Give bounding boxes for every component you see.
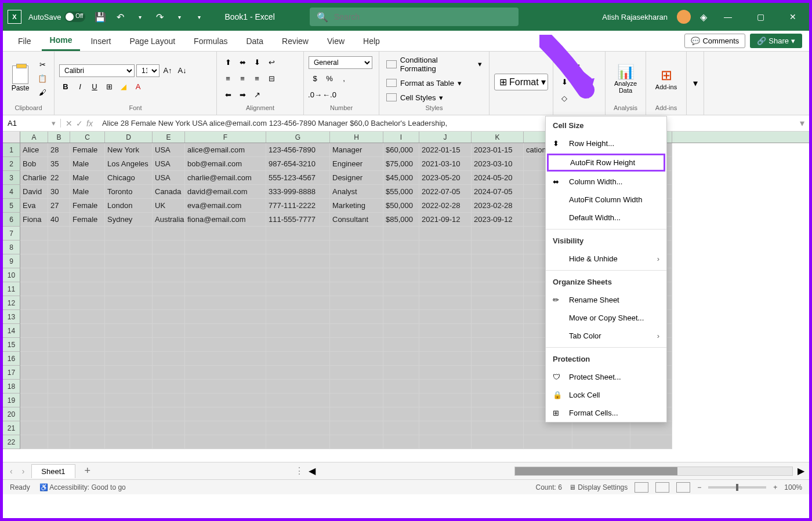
cell[interactable] bbox=[266, 366, 330, 380]
cell[interactable] bbox=[48, 241, 70, 254]
cell[interactable] bbox=[153, 254, 185, 268]
font-size-select[interactable]: 11 bbox=[136, 64, 160, 77]
cell[interactable] bbox=[48, 296, 70, 310]
cell[interactable] bbox=[419, 241, 472, 254]
zoom-level[interactable]: 100% bbox=[784, 483, 802, 491]
menu-tab-color[interactable]: Tab Color› bbox=[546, 327, 666, 345]
cell[interactable] bbox=[419, 407, 472, 421]
cell[interactable] bbox=[383, 268, 419, 282]
add-sheet-button[interactable]: + bbox=[80, 465, 96, 477]
tab-file[interactable]: File bbox=[10, 32, 39, 50]
menu-lock-cell[interactable]: 🔒Lock Cell bbox=[546, 386, 666, 404]
tab-home[interactable]: Home bbox=[42, 31, 81, 51]
redo-dropdown-icon[interactable]: ▾ bbox=[171, 9, 187, 25]
cell[interactable] bbox=[419, 227, 472, 241]
diamond-icon[interactable]: ◈ bbox=[700, 12, 707, 23]
menu-protect-sheet[interactable]: 🛡Protect Sheet... bbox=[546, 368, 666, 386]
cell[interactable] bbox=[472, 241, 524, 254]
cell[interactable]: David bbox=[20, 185, 48, 199]
cell[interactable] bbox=[383, 407, 419, 421]
cell[interactable]: Female bbox=[70, 143, 105, 157]
cell[interactable] bbox=[20, 352, 48, 366]
cell[interactable] bbox=[48, 407, 70, 421]
row-header-17[interactable]: 17 bbox=[3, 366, 20, 380]
cell[interactable] bbox=[105, 338, 153, 352]
cell[interactable] bbox=[153, 268, 185, 282]
cell[interactable] bbox=[185, 310, 266, 324]
cell[interactable] bbox=[472, 254, 524, 268]
cell[interactable]: Engineer bbox=[330, 157, 383, 171]
menu-rename-sheet[interactable]: ✏Rename Sheet bbox=[546, 291, 666, 309]
cell[interactable] bbox=[105, 268, 153, 282]
cell[interactable] bbox=[472, 310, 524, 324]
cell[interactable] bbox=[419, 352, 472, 366]
cell[interactable]: $60,000 bbox=[383, 143, 419, 157]
cell[interactable]: 2024-07-05 bbox=[472, 185, 524, 199]
menu-autofit-column-width[interactable]: AutoFit Column Width bbox=[546, 191, 666, 209]
format-painter-icon[interactable]: 🖌 bbox=[35, 87, 49, 99]
cell[interactable]: USA bbox=[153, 143, 185, 157]
decrease-indent-icon[interactable]: ⬅ bbox=[222, 89, 234, 101]
cell[interactable]: 111-555-7777 bbox=[266, 213, 330, 227]
analyze-icon[interactable]: 📊 bbox=[617, 64, 635, 80]
search-box[interactable]: 🔍 bbox=[310, 8, 519, 26]
increase-indent-icon[interactable]: ➡ bbox=[236, 89, 249, 101]
cell[interactable]: London bbox=[105, 199, 153, 213]
cell[interactable] bbox=[630, 435, 672, 449]
row-header-14[interactable]: 14 bbox=[3, 324, 20, 338]
cell[interactable] bbox=[48, 268, 70, 282]
row-header-4[interactable]: 4 bbox=[3, 185, 20, 199]
cell[interactable] bbox=[330, 310, 383, 324]
cell[interactable] bbox=[105, 366, 153, 380]
cell[interactable] bbox=[330, 282, 383, 296]
cell[interactable] bbox=[48, 380, 70, 394]
cell[interactable] bbox=[185, 241, 266, 254]
row-header-3[interactable]: 3 bbox=[3, 171, 20, 185]
cell[interactable] bbox=[472, 366, 524, 380]
cell[interactable] bbox=[419, 310, 472, 324]
cell[interactable] bbox=[70, 338, 105, 352]
cell[interactable]: Charlie bbox=[20, 171, 48, 185]
cell[interactable] bbox=[48, 227, 70, 241]
prev-sheet-icon[interactable]: ‹ bbox=[8, 467, 15, 476]
cell[interactable]: Bob bbox=[20, 157, 48, 171]
cell[interactable] bbox=[185, 338, 266, 352]
cell[interactable] bbox=[70, 394, 105, 407]
cut-icon[interactable]: ✂ bbox=[35, 59, 49, 71]
cell[interactable] bbox=[266, 338, 330, 352]
maximize-button[interactable]: ▢ bbox=[749, 5, 772, 28]
cell[interactable] bbox=[70, 282, 105, 296]
cell[interactable] bbox=[20, 394, 48, 407]
cell[interactable]: $55,000 bbox=[383, 185, 419, 199]
cell[interactable] bbox=[266, 421, 330, 435]
cell[interactable] bbox=[419, 282, 472, 296]
cell[interactable] bbox=[185, 394, 266, 407]
display-settings-button[interactable]: 🖥 Display Settings bbox=[569, 483, 628, 491]
cell[interactable] bbox=[419, 296, 472, 310]
select-all-corner[interactable] bbox=[3, 132, 20, 143]
cell[interactable] bbox=[105, 310, 153, 324]
cell[interactable]: New York bbox=[105, 143, 153, 157]
undo-icon[interactable]: ↶ bbox=[112, 9, 128, 25]
cell[interactable]: 555-123-4567 bbox=[266, 171, 330, 185]
cell[interactable] bbox=[70, 421, 105, 435]
cancel-formula-icon[interactable]: ✕ bbox=[66, 119, 72, 128]
comments-button[interactable]: 💬 Comments bbox=[684, 34, 745, 48]
cell[interactable] bbox=[105, 380, 153, 394]
cell[interactable] bbox=[105, 394, 153, 407]
cell[interactable] bbox=[472, 282, 524, 296]
fx-icon[interactable]: fx bbox=[86, 119, 93, 128]
cell[interactable] bbox=[20, 435, 48, 449]
horizontal-scrollbar[interactable] bbox=[514, 467, 793, 476]
tab-data[interactable]: Data bbox=[238, 32, 271, 50]
cell[interactable] bbox=[153, 394, 185, 407]
currency-icon[interactable]: $ bbox=[309, 72, 321, 85]
row-header-8[interactable]: 8 bbox=[3, 241, 20, 254]
user-avatar[interactable] bbox=[677, 10, 691, 24]
cell[interactable]: charlie@email.com bbox=[185, 171, 266, 185]
cell[interactable] bbox=[383, 421, 419, 435]
sort-icon[interactable]: ↕ bbox=[572, 60, 585, 72]
cell[interactable] bbox=[153, 324, 185, 338]
col-header-K[interactable]: K bbox=[472, 132, 524, 143]
cell[interactable]: $50,000 bbox=[383, 199, 419, 213]
